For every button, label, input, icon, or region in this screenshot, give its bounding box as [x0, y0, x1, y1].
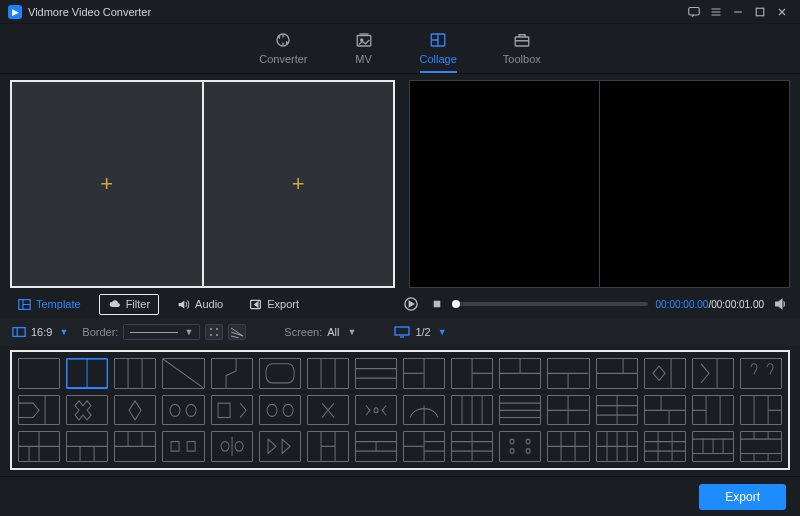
close-icon[interactable] — [772, 2, 792, 22]
export-button[interactable]: Export — [699, 484, 786, 510]
screen-select[interactable]: All ▼ — [327, 326, 356, 338]
template-thumb[interactable] — [162, 395, 204, 426]
svg-rect-31 — [356, 359, 396, 388]
play-button[interactable] — [402, 295, 420, 313]
template-thumb[interactable] — [66, 431, 108, 462]
tab-mv[interactable]: MV — [354, 31, 374, 73]
template-thumb[interactable] — [18, 431, 60, 462]
template-thumb[interactable] — [499, 358, 541, 389]
template-thumb[interactable] — [162, 431, 204, 462]
progress-bar[interactable] — [454, 302, 648, 306]
tab-toolbox[interactable]: Toolbox — [503, 31, 541, 73]
maximize-icon[interactable] — [750, 2, 770, 22]
ratio-select[interactable]: 16:9 ▼ — [12, 325, 68, 339]
collage-cell-2[interactable]: + — [204, 82, 394, 286]
template-thumb[interactable] — [692, 431, 734, 462]
share-icon — [249, 298, 262, 311]
border-preview — [130, 332, 178, 333]
preview-panel — [409, 80, 790, 288]
template-thumb[interactable] — [211, 395, 253, 426]
svg-rect-51 — [693, 359, 733, 388]
progress-handle[interactable] — [452, 300, 460, 308]
template-thumb[interactable] — [114, 431, 156, 462]
svg-rect-6 — [515, 37, 529, 46]
collage-cell-1[interactable]: + — [12, 82, 202, 286]
svg-rect-28 — [308, 359, 348, 388]
template-area — [0, 346, 800, 476]
border-pattern-button[interactable] — [228, 324, 246, 340]
playback-controls: 00:00:00.00/00:00:01.00 — [402, 295, 790, 313]
template-thumb[interactable] — [307, 395, 349, 426]
svg-point-115 — [235, 442, 243, 452]
stop-button[interactable] — [428, 295, 446, 313]
refresh-icon — [273, 31, 293, 49]
feedback-icon[interactable] — [684, 2, 704, 22]
ratio-icon — [12, 325, 26, 339]
template-thumb[interactable] — [355, 431, 397, 462]
template-thumb[interactable] — [740, 431, 782, 462]
template-thumb[interactable] — [114, 358, 156, 389]
template-thumb[interactable] — [211, 431, 253, 462]
subtab-template[interactable]: Template — [10, 295, 89, 314]
template-thumb[interactable] — [451, 358, 493, 389]
template-thumb[interactable] — [259, 431, 301, 462]
template-thumb[interactable] — [740, 395, 782, 426]
template-thumb[interactable] — [740, 358, 782, 389]
template-thumb[interactable] — [644, 431, 686, 462]
template-thumb[interactable] — [596, 395, 638, 426]
template-thumb[interactable] — [547, 358, 589, 389]
tab-label: Collage — [420, 53, 457, 65]
subtab-export[interactable]: Export — [241, 295, 307, 314]
template-thumb[interactable] — [499, 431, 541, 462]
cloud-icon — [108, 298, 121, 311]
app-title: Vidmore Video Converter — [28, 6, 151, 18]
template-thumb[interactable] — [355, 358, 397, 389]
template-thumb[interactable] — [259, 395, 301, 426]
svg-point-12 — [210, 328, 212, 330]
page-select[interactable]: 1/2 ▼ — [394, 326, 446, 338]
border-color-button[interactable] — [205, 324, 223, 340]
template-thumb[interactable] — [451, 431, 493, 462]
template-thumb[interactable] — [644, 358, 686, 389]
template-thumb[interactable] — [211, 358, 253, 389]
template-thumb[interactable] — [307, 358, 349, 389]
template-thumb[interactable] — [547, 395, 589, 426]
template-thumb[interactable] — [307, 431, 349, 462]
svg-line-24 — [163, 359, 203, 388]
menu-icon[interactable] — [706, 2, 726, 22]
subtab-filter[interactable]: Filter — [99, 294, 159, 315]
svg-point-14 — [210, 334, 212, 336]
template-thumb[interactable] — [259, 358, 301, 389]
template-thumb[interactable] — [114, 395, 156, 426]
template-thumb[interactable] — [355, 395, 397, 426]
template-thumb[interactable] — [644, 395, 686, 426]
template-thumb[interactable] — [403, 431, 445, 462]
border-style-select[interactable]: ▼ — [123, 324, 200, 340]
template-thumb[interactable] — [692, 395, 734, 426]
tab-converter[interactable]: Converter — [259, 31, 307, 73]
subtab-audio[interactable]: Audio — [169, 295, 231, 314]
template-thumb[interactable] — [499, 395, 541, 426]
tab-collage[interactable]: Collage — [420, 31, 457, 73]
template-thumb[interactable] — [403, 358, 445, 389]
template-thumb[interactable] — [66, 395, 108, 426]
preview-cell-1 — [410, 81, 599, 287]
chevron-down-icon: ▼ — [184, 327, 193, 337]
template-thumb[interactable] — [162, 358, 204, 389]
svg-rect-17 — [19, 359, 59, 388]
template-thumb[interactable] — [18, 395, 60, 426]
template-thumb[interactable] — [451, 395, 493, 426]
template-thumb[interactable] — [66, 358, 108, 389]
template-thumb[interactable] — [596, 358, 638, 389]
minimize-icon[interactable] — [728, 2, 748, 22]
volume-button[interactable] — [772, 295, 790, 313]
template-thumb[interactable] — [18, 358, 60, 389]
template-thumb[interactable] — [596, 431, 638, 462]
svg-rect-111 — [171, 442, 179, 452]
volume-icon — [177, 298, 190, 311]
svg-rect-160 — [741, 432, 781, 461]
template-thumb[interactable] — [403, 395, 445, 426]
template-thumb[interactable] — [692, 358, 734, 389]
svg-point-13 — [216, 328, 218, 330]
template-thumb[interactable] — [547, 431, 589, 462]
